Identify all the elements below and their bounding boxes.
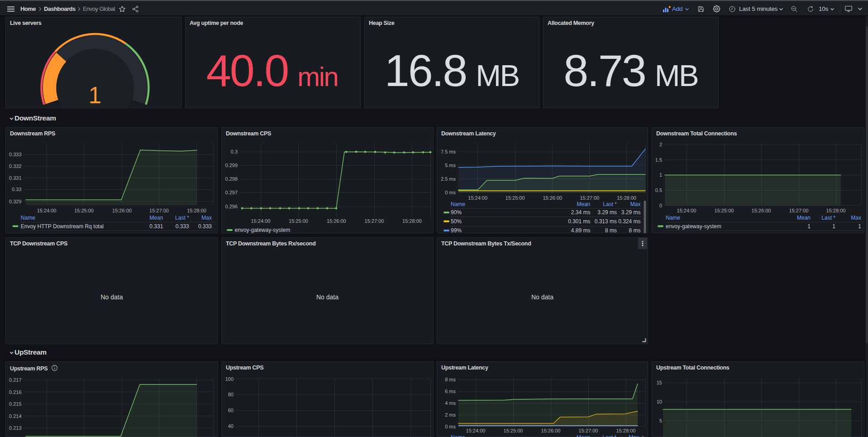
- svg-text:15:27:00: 15:27:00: [789, 208, 809, 213]
- svg-text:15:26:00: 15:26:00: [752, 208, 771, 213]
- svg-text:2.5 ms: 2.5 ms: [441, 176, 456, 182]
- svg-text:50%: 50%: [451, 218, 462, 225]
- svg-text:1: 1: [89, 82, 101, 108]
- svg-text:15:27:00: 15:27:00: [149, 208, 169, 213]
- svg-text:Mean: Mean: [577, 434, 590, 437]
- svg-text:0.33: 0.33: [12, 187, 21, 192]
- svg-text:90%: 90%: [451, 209, 462, 216]
- svg-text:0: 0: [659, 203, 662, 208]
- svg-text:15:25:00: 15:25:00: [504, 428, 523, 433]
- svg-text:15:25:00: 15:25:00: [506, 195, 525, 201]
- svg-text:8.73: 8.73: [563, 45, 645, 96]
- svg-text:0.313 ms: 0.313 ms: [595, 218, 617, 225]
- svg-text:envoy-gateway-system: envoy-gateway-system: [666, 223, 721, 230]
- svg-text:4.89 ms: 4.89 ms: [571, 227, 591, 234]
- svg-text:2: 2: [659, 142, 662, 147]
- svg-text:Last *: Last *: [602, 434, 616, 437]
- svg-text:1: 1: [807, 223, 811, 230]
- svg-text:10: 10: [657, 399, 662, 404]
- svg-text:15:27:00: 15:27:00: [580, 195, 599, 201]
- svg-text:0.333: 0.333: [9, 152, 22, 157]
- svg-text:6 ms: 6 ms: [445, 389, 456, 394]
- svg-text:Max: Max: [201, 215, 212, 221]
- svg-text:99%: 99%: [451, 227, 462, 234]
- svg-text:15:26:00: 15:26:00: [112, 208, 132, 213]
- svg-text:8 ms: 8 ms: [629, 227, 640, 234]
- svg-text:0.5: 0.5: [655, 187, 662, 193]
- svg-text:0.331: 0.331: [149, 223, 163, 230]
- svg-text:Max: Max: [630, 201, 641, 207]
- svg-text:15:26:00: 15:26:00: [541, 428, 561, 433]
- svg-text:0.298: 0.298: [225, 176, 238, 182]
- svg-text:0.333: 0.333: [198, 223, 212, 230]
- svg-text:0 ms: 0 ms: [445, 424, 456, 429]
- svg-text:1: 1: [832, 223, 835, 230]
- svg-text:15:24:00: 15:24:00: [251, 218, 271, 224]
- svg-text:Last *: Last *: [821, 215, 835, 221]
- svg-text:0.215: 0.215: [9, 401, 22, 407]
- svg-text:5: 5: [659, 418, 662, 423]
- svg-text:envoy-gateway-system: envoy-gateway-system: [235, 227, 291, 233]
- svg-text:4 ms: 4 ms: [445, 400, 456, 406]
- svg-text:Envoy HTTP Downstream Rq total: Envoy HTTP Downstream Rq total: [21, 223, 104, 230]
- svg-text:15:28:00: 15:28:00: [617, 195, 636, 201]
- svg-text:Name: Name: [451, 434, 465, 437]
- svg-text:3.29 ms: 3.29 ms: [621, 209, 641, 216]
- svg-text:15:24:00: 15:24:00: [677, 208, 696, 213]
- svg-text:0.296: 0.296: [225, 204, 238, 209]
- svg-text:0.213: 0.213: [9, 425, 22, 431]
- svg-text:15:27:00: 15:27:00: [579, 428, 598, 433]
- svg-text:80: 80: [228, 392, 234, 397]
- svg-text:0.331: 0.331: [9, 175, 22, 181]
- svg-text:0.299: 0.299: [225, 163, 238, 168]
- svg-text:15: 15: [657, 380, 662, 385]
- svg-text:15:24:00: 15:24:00: [466, 428, 486, 433]
- svg-text:15:28:00: 15:28:00: [402, 218, 422, 224]
- svg-text:Last *: Last *: [175, 215, 189, 221]
- svg-text:15:28:00: 15:28:00: [616, 428, 636, 433]
- svg-text:100: 100: [225, 376, 234, 382]
- svg-text:Mean: Mean: [149, 215, 163, 221]
- svg-text:0.297: 0.297: [225, 190, 238, 195]
- svg-text:2 ms: 2 ms: [445, 412, 456, 418]
- svg-text:8 ms: 8 ms: [445, 377, 456, 382]
- svg-text:40: 40: [228, 423, 234, 429]
- svg-text:15:24:00: 15:24:00: [37, 208, 57, 213]
- svg-text:3.29 ms: 3.29 ms: [597, 209, 617, 216]
- svg-text:Last *: Last *: [603, 201, 617, 207]
- svg-text:16.8: 16.8: [385, 45, 467, 96]
- svg-text:MB: MB: [655, 58, 698, 92]
- svg-text:0.214: 0.214: [9, 413, 22, 419]
- svg-text:0.332: 0.332: [9, 163, 22, 169]
- svg-text:0.324 ms: 0.324 ms: [618, 218, 640, 225]
- svg-text:60: 60: [228, 408, 234, 413]
- svg-text:0.3: 0.3: [231, 149, 238, 154]
- svg-text:7.5 ms: 7.5 ms: [441, 149, 456, 154]
- svg-text:Name: Name: [666, 215, 680, 221]
- svg-text:MB: MB: [476, 58, 519, 92]
- svg-text:0.333: 0.333: [176, 223, 189, 230]
- svg-text:15:25:00: 15:25:00: [289, 218, 308, 224]
- svg-text:Mean: Mean: [577, 201, 590, 207]
- svg-text:1: 1: [858, 223, 861, 230]
- svg-text:15:28:00: 15:28:00: [187, 208, 206, 213]
- svg-text:15:25:00: 15:25:00: [74, 208, 94, 213]
- svg-text:0.216: 0.216: [9, 389, 22, 395]
- svg-text:1.5: 1.5: [655, 157, 662, 163]
- svg-text:40.0: 40.0: [206, 45, 288, 96]
- svg-text:Max: Max: [851, 215, 861, 221]
- svg-text:15:27:00: 15:27:00: [365, 218, 384, 224]
- svg-text:5 ms: 5 ms: [445, 163, 456, 168]
- svg-text:0.301 ms: 0.301 ms: [568, 218, 590, 225]
- svg-text:Name: Name: [451, 201, 465, 207]
- svg-text:15:28:00: 15:28:00: [826, 208, 846, 213]
- svg-text:Max: Max: [629, 434, 639, 437]
- svg-text:Name: Name: [21, 215, 35, 221]
- svg-text:2.34 ms: 2.34 ms: [571, 209, 591, 216]
- svg-text:0 ms: 0 ms: [445, 190, 456, 195]
- svg-text:0.329: 0.329: [9, 199, 22, 204]
- svg-text:min: min: [297, 62, 338, 92]
- svg-text:0.217: 0.217: [9, 377, 22, 383]
- svg-text:15:26:00: 15:26:00: [543, 195, 562, 201]
- svg-text:8 ms: 8 ms: [605, 227, 617, 234]
